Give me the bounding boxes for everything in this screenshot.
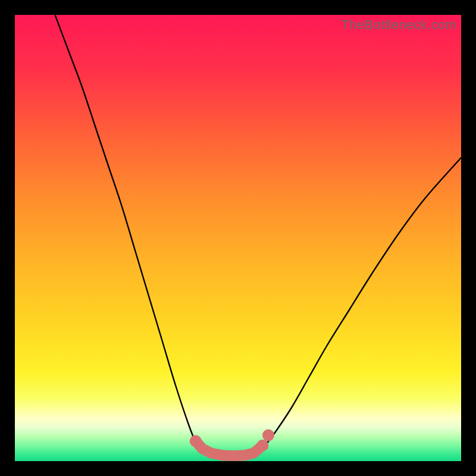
plot-area: TheBottleneck.com <box>15 15 461 461</box>
chart-svg <box>15 15 461 461</box>
outer-frame: TheBottleneck.com <box>0 0 476 476</box>
bottom-marker-dot <box>239 450 250 461</box>
bottom-marker-dot <box>206 448 217 459</box>
bottom-marker-dot <box>256 440 268 452</box>
bottom-marker-dot <box>248 448 259 459</box>
bottom-marker-dot <box>228 450 239 461</box>
bottom-marker-dot <box>262 430 274 441</box>
bottom-marker-dot <box>217 450 228 461</box>
gradient-background <box>15 15 461 461</box>
watermark-text: TheBottleneck.com <box>342 17 456 33</box>
